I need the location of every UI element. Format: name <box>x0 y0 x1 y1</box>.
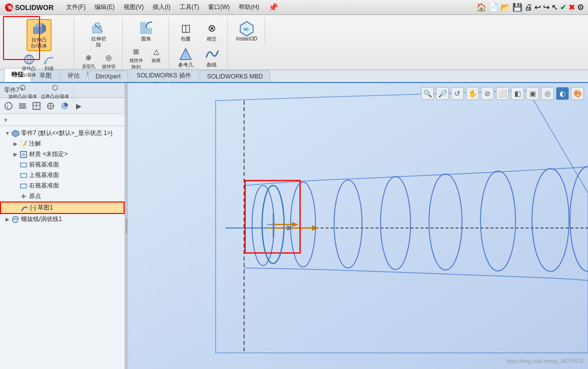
wrap-button[interactable]: ◫ 包覆 <box>173 19 198 43</box>
vp-display4-icon[interactable]: ◐ <box>556 87 569 100</box>
draft-label: 拔模 <box>152 58 161 64</box>
ribbon-group-surfaces: ◫ 包覆 ⊗ 相交 参考几 何体 <box>170 17 228 77</box>
vp-display1-icon[interactable]: ◧ <box>511 87 524 100</box>
revolve-boss-icon <box>23 54 35 66</box>
menu-tools[interactable]: 工具(T) <box>176 2 203 12</box>
boundary-boss-label: 边界凸台/基体 <box>41 94 70 100</box>
vp-zoom-icon[interactable]: 🔎 <box>436 87 449 100</box>
tree-item-right-plane[interactable]: ▶ 右视基准面 <box>0 180 125 191</box>
ref-geom-icon <box>178 46 194 62</box>
menu-help[interactable]: 帮助(H) <box>235 2 263 12</box>
cross-icon[interactable]: ✖ <box>568 2 575 12</box>
svg-marker-30 <box>12 130 19 137</box>
svg-rect-33 <box>21 163 27 167</box>
instant3d-icon: 3D <box>239 20 255 36</box>
new-icon[interactable]: 📄 <box>488 2 498 12</box>
revolve-boss-button[interactable]: 旋转凸 台/基体 <box>20 53 39 79</box>
boss-extrude-label: 拉伸凸 台/基体 <box>31 37 47 49</box>
sidebar: 零件7 * i ▶ ▼ ▼ <box>0 83 125 369</box>
vp-display2-icon[interactable]: ▣ <box>526 87 539 100</box>
save-icon[interactable]: 💾 <box>512 2 522 12</box>
draft-button[interactable]: △ 拔模 <box>147 45 166 71</box>
tree-expand-root[interactable]: ▼ <box>4 130 11 136</box>
curves-label: 曲线 <box>207 62 217 68</box>
tab-dimxpert[interactable]: DimXpert <box>88 70 128 82</box>
loft-button[interactable]: ⬡ 放样凸台/基体 <box>7 81 39 100</box>
menu-edit[interactable]: 编辑(E) <box>91 2 119 12</box>
vp-display3-icon[interactable]: ◎ <box>541 87 554 100</box>
sweep-icon <box>43 54 55 66</box>
gear-icon[interactable]: ⚙ <box>577 2 584 12</box>
tree-label-annotations: 注解 <box>29 140 41 148</box>
tree-label-material: 材质 <未指定> <box>29 150 68 158</box>
sidebar-filter: ▼ <box>0 114 125 126</box>
features-row1: ⊞ 线性件 阵列 △ 拔模 <box>127 45 166 71</box>
pin-icon[interactable]: 📌 <box>268 2 278 12</box>
instant3d-label: Instant3D <box>236 36 258 42</box>
viewport-svg <box>128 83 588 369</box>
svg-rect-20 <box>19 104 26 104</box>
vp-view-icon[interactable]: ⬜ <box>496 87 509 100</box>
svg-rect-36 <box>128 83 588 368</box>
tree-item-origin[interactable]: ▶ ✛ 原点 <box>0 191 125 202</box>
boundary-boss-icon: ⬡ <box>49 82 61 94</box>
tab-sw-mbd[interactable]: SOLIDWORKS MBD <box>200 70 270 82</box>
tree-expand-annotations[interactable]: ▶ <box>12 141 19 146</box>
tree-item-front-plane[interactable]: ▶ 前视基准面 <box>0 160 125 170</box>
vp-pan-icon[interactable]: ✋ <box>466 87 479 100</box>
intersect-button[interactable]: ⊗ 相交 <box>199 19 224 43</box>
tree-expand-helix[interactable]: ▶ <box>4 216 11 222</box>
svg-rect-35 <box>21 184 27 188</box>
hole-wizard-icon: ⊕ <box>83 52 95 64</box>
tree-label-origin: 原点 <box>29 192 41 200</box>
extrude-cut-button[interactable]: 拉伸切 除 <box>86 19 111 49</box>
vp-color-icon[interactable]: 🎨 <box>571 87 584 100</box>
tab-sw-addins[interactable]: SOLIDWORKS 插件 <box>129 69 199 82</box>
vp-rotate-icon[interactable]: ↺ <box>451 87 464 100</box>
redo-icon[interactable]: ↪ <box>543 2 549 12</box>
tree-item-material[interactable]: ▶ 材质 <未指定> <box>0 149 125 160</box>
svg-rect-2 <box>33 27 42 34</box>
sweep-button[interactable]: 扫描 <box>40 53 59 79</box>
tree-item-sketch1[interactable]: ▶ (-) 草图1 <box>0 202 125 214</box>
title-tools: 🏠 📄 📂 💾 🖨 ↩ ↪ ↖ ✔ ✖ ⚙ <box>472 2 588 12</box>
svg-text:i: i <box>7 104 8 110</box>
tree-item-top-plane[interactable]: ▶ 上视基准面 <box>0 170 125 180</box>
surfaces-row1: ◫ 包覆 ⊗ 相交 <box>173 19 224 43</box>
title-menus: 文件(F) 编辑(E) 视图(V) 插入(I) 工具(T) 窗口(W) 帮助(H… <box>60 2 472 12</box>
linear-pattern-button[interactable]: ⊞ 线性件 阵列 <box>127 45 146 71</box>
home-icon[interactable]: 🏠 <box>476 2 486 12</box>
menu-window[interactable]: 窗口(W) <box>204 2 234 12</box>
vp-section-icon[interactable]: ⊘ <box>481 87 494 100</box>
check-icon[interactable]: ✔ <box>560 2 566 12</box>
canvas-area[interactable] <box>128 83 588 369</box>
svg-marker-4 <box>42 23 46 34</box>
tree-expand-material[interactable]: ▶ <box>12 152 19 157</box>
undo-icon[interactable]: ↩ <box>534 2 541 12</box>
menu-insert[interactable]: 插入(I) <box>149 2 174 12</box>
ribbon-group-instant3d: 3D Instant3D <box>229 17 265 45</box>
svg-point-18 <box>5 102 12 110</box>
titlebar: SOLIDWORKS 文件(F) 编辑(E) 视图(V) 插入(I) 工具(T)… <box>0 0 588 15</box>
revolve-cut-icon: ◎ <box>103 52 115 64</box>
fillet-button[interactable]: 圆角 <box>134 19 159 43</box>
cursor-icon[interactable]: ↖ <box>551 2 558 12</box>
extrude-cut-label: 拉伸切 除 <box>91 36 106 48</box>
boss-extrude-button[interactable]: 拉伸凸 台/基体 <box>27 19 52 51</box>
tree-item-root[interactable]: ▼ 零件7 (默认<<默认>_显示状态 1>) <box>0 128 125 138</box>
loft-row: ⬡ 放样凸台/基体 ⬡ 边界凸台/基体 <box>7 81 71 100</box>
print-icon[interactable]: 🖨 <box>524 3 532 12</box>
instant3d-button[interactable]: 3D Instant3D <box>232 19 262 43</box>
menu-view[interactable]: 视图(V) <box>120 2 148 12</box>
open-icon[interactable]: 📂 <box>500 2 510 12</box>
boundary-boss-button[interactable]: ⬡ 边界凸台/基体 <box>40 81 71 100</box>
tree-item-annotations[interactable]: ▶ 📝 注解 <box>0 138 125 149</box>
ribbon-group-boss: 拉伸凸 台/基体 旋转凸 台/基体 <box>4 17 74 102</box>
tree-item-helix1[interactable]: ▶ 螺旋线/涡状线1 <box>0 214 125 224</box>
curves-icon <box>204 46 220 62</box>
menu-file[interactable]: 文件(F) <box>62 2 90 12</box>
tree-icon-origin: ✛ <box>19 193 28 200</box>
vp-search-icon[interactable]: 🔍 <box>421 87 434 100</box>
svg-rect-10 <box>96 23 100 27</box>
sweep-label: 扫描 <box>45 66 54 72</box>
